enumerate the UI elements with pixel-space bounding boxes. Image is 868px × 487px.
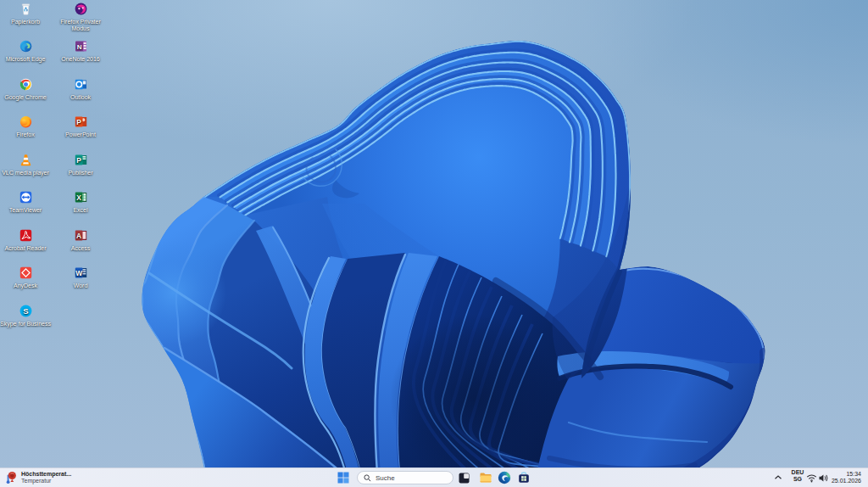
svg-text:A: A bbox=[76, 231, 81, 239]
svg-text:S: S bbox=[23, 305, 28, 315]
svg-text:W: W bbox=[75, 269, 82, 277]
svg-text:X: X bbox=[76, 193, 81, 202]
svg-text:P: P bbox=[76, 118, 81, 126]
svg-text:P: P bbox=[76, 155, 81, 164]
svg-text:N: N bbox=[76, 43, 81, 51]
